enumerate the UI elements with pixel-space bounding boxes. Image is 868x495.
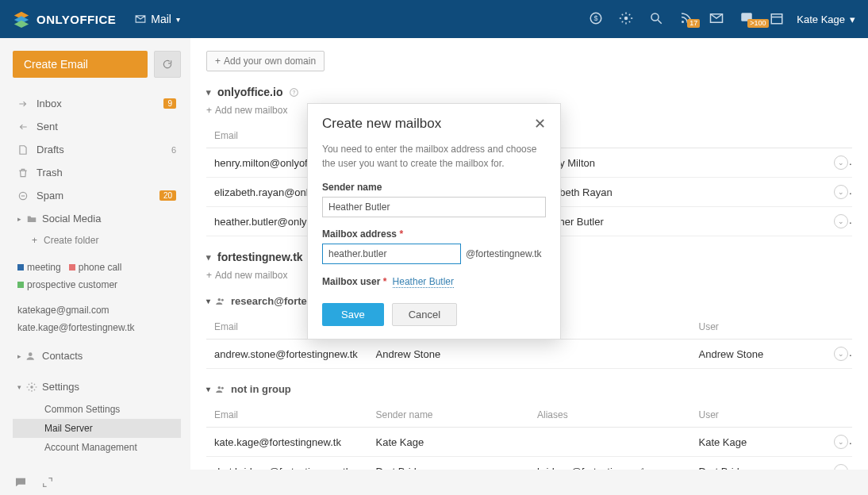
- account-1[interactable]: katekage@gmail.com: [13, 301, 181, 319]
- spam-icon: [17, 190, 29, 201]
- mailbox-address-input[interactable]: [322, 244, 461, 264]
- chat-statusbar-icon[interactable]: [14, 476, 27, 489]
- nav-social-media[interactable]: ▸ Social Media: [13, 207, 181, 230]
- caret-down-icon: ▾: [206, 252, 211, 263]
- mailbox-table-group2: Email Sender name Aliases User kate.kage…: [206, 403, 852, 470]
- col-aliases: Aliases: [529, 403, 690, 428]
- row-menu-icon[interactable]: ⌄: [834, 155, 848, 170]
- row-menu-icon[interactable]: ⌄: [834, 214, 848, 228]
- domain-onlyoffice[interactable]: ▾ onlyoffice.io ?: [206, 86, 852, 98]
- feed-badge: 17: [687, 19, 700, 28]
- svg-point-15: [29, 352, 33, 356]
- create-folder[interactable]: + Create folder: [13, 230, 181, 251]
- settings-account-mgmt[interactable]: Account Management: [13, 438, 181, 457]
- mailbox-address-suffix: @fortestingnew.tk: [466, 248, 542, 259]
- refresh-button[interactable]: [154, 51, 181, 78]
- top-icons: $ 17 >100: [589, 11, 784, 28]
- drafts-count: 6: [171, 145, 176, 155]
- save-button[interactable]: Save: [322, 303, 384, 326]
- settings-common[interactable]: Common Settings: [13, 400, 181, 419]
- search-icon[interactable]: [649, 11, 663, 28]
- module-switcher[interactable]: Mail ▾: [135, 13, 180, 25]
- mailbox-address-label: Mailbox address *: [322, 228, 546, 240]
- caret-down-icon: ▾: [850, 13, 855, 25]
- modal-title: Create new mailbox: [322, 116, 534, 132]
- draft-icon: [17, 144, 29, 155]
- tag-color-icon: [69, 264, 75, 271]
- col-sender: Sender name: [368, 403, 530, 428]
- contacts-icon: [26, 351, 37, 362]
- col-user: User: [690, 403, 826, 428]
- nav-sent[interactable]: Sent: [13, 115, 181, 138]
- mail-top-icon[interactable]: [709, 11, 724, 28]
- group-icon: [215, 384, 226, 395]
- group-notingroup[interactable]: ▾ not in group: [206, 383, 852, 395]
- chat-icon[interactable]: >100: [739, 11, 754, 28]
- table-row[interactable]: andrew.stone@fortestingnew.tkAndrew Ston…: [206, 340, 852, 369]
- plus-icon: +: [32, 235, 37, 246]
- row-menu-icon[interactable]: ⌄: [834, 185, 848, 199]
- brand-logo[interactable]: ONLYOFFICE: [13, 10, 116, 28]
- spam-badge: 20: [159, 190, 176, 201]
- calendar-icon[interactable]: [770, 11, 784, 28]
- row-menu-icon[interactable]: ⌄: [834, 435, 848, 449]
- settings-mail-server[interactable]: Mail Server: [13, 419, 181, 438]
- trash-icon: [17, 167, 29, 178]
- feed-icon[interactable]: 17: [679, 11, 693, 28]
- svg-marker-2: [14, 21, 29, 28]
- svg-rect-11: [772, 13, 783, 23]
- caret-right-icon: ▸: [17, 215, 21, 223]
- col-email: Email: [206, 403, 368, 428]
- arrow-right-icon: [17, 98, 29, 109]
- user-name: Kate Kage: [797, 13, 845, 25]
- tag-phone-call[interactable]: phone call: [69, 262, 122, 273]
- plus-icon: +: [206, 270, 212, 281]
- account-2[interactable]: kate.kage@fortestingnew.tk: [13, 319, 181, 336]
- mail-icon: [135, 13, 146, 25]
- tag-color-icon: [17, 282, 24, 288]
- caret-down-icon: ▾: [17, 383, 21, 391]
- svg-text:$: $: [594, 14, 598, 22]
- sender-name-input[interactable]: [322, 197, 546, 217]
- nav-drafts[interactable]: Drafts 6: [13, 138, 181, 161]
- topbar: ONLYOFFICE Mail ▾ $ 17 >100 Kate Kage ▾: [0, 0, 868, 38]
- svg-point-5: [624, 16, 628, 20]
- nav-contacts[interactable]: ▸ Contacts: [13, 344, 181, 367]
- nav-inbox[interactable]: Inbox 9: [13, 92, 181, 115]
- tag-color-icon: [17, 264, 24, 271]
- table-row[interactable]: dart.bridges@fortestingnew.tkDart Bridge…: [206, 457, 852, 470]
- nav-spam[interactable]: Spam 20: [13, 184, 181, 207]
- svg-point-22: [221, 386, 224, 389]
- sender-name-label: Sender name: [322, 182, 546, 193]
- close-icon[interactable]: ✕: [534, 115, 546, 132]
- pricing-icon[interactable]: $: [589, 11, 603, 28]
- settings-icon[interactable]: [619, 11, 633, 28]
- nav-settings[interactable]: ▾ Settings: [13, 375, 181, 398]
- expand-icon[interactable]: [41, 476, 54, 489]
- modal-description: You need to enter the mailbox address an…: [322, 142, 546, 171]
- onlyoffice-icon: [13, 10, 30, 28]
- brand-text: ONLYOFFICE: [36, 13, 116, 26]
- row-menu-icon[interactable]: ⌄: [834, 347, 848, 361]
- row-menu-icon[interactable]: ⌄: [834, 464, 848, 470]
- create-email-button[interactable]: Create Email: [13, 51, 148, 78]
- svg-point-20: [221, 298, 224, 301]
- refresh-icon: [162, 59, 173, 70]
- svg-line-7: [659, 20, 663, 24]
- tag-meeting[interactable]: meeting: [17, 262, 61, 273]
- help-icon[interactable]: ?: [289, 87, 299, 98]
- svg-point-21: [218, 386, 221, 389]
- svg-point-19: [218, 297, 221, 301]
- nav-trash[interactable]: Trash: [13, 161, 181, 184]
- caret-down-icon: ▾: [206, 297, 210, 305]
- gear-icon: [26, 382, 37, 393]
- tag-prospective-customer[interactable]: prospective customer: [17, 279, 117, 290]
- table-row[interactable]: kate.kage@fortestingnew.tkKate KageKate …: [206, 428, 852, 457]
- cancel-button[interactable]: Cancel: [392, 303, 457, 326]
- tags: meeting phone call: [13, 259, 181, 276]
- svg-point-16: [30, 386, 33, 389]
- caret-right-icon: ▸: [17, 352, 21, 360]
- mailbox-user-picker[interactable]: Heather Butler: [393, 276, 454, 288]
- user-menu[interactable]: Kate Kage ▾: [797, 13, 855, 25]
- add-domain-button[interactable]: + Add your own domain: [206, 51, 325, 71]
